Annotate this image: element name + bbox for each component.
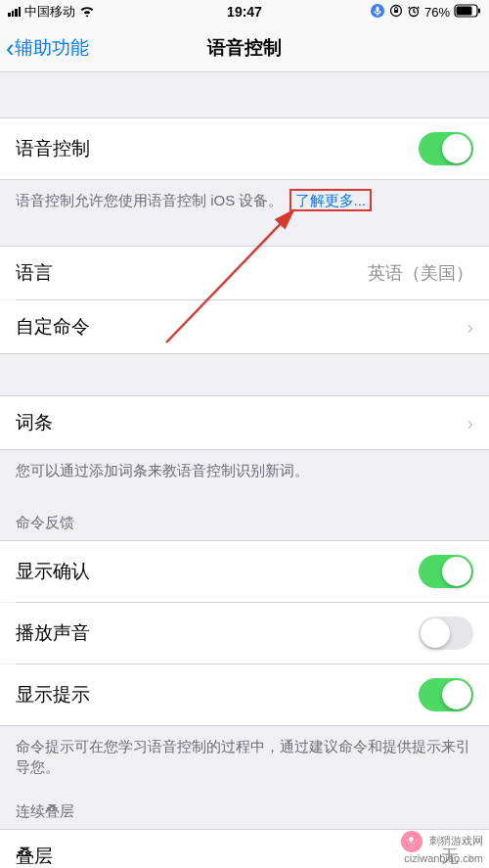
overlay-section-header: 连续叠层 [0, 789, 489, 829]
chevron-right-icon: › [467, 316, 473, 339]
feedback-section-header: 命令反馈 [0, 492, 489, 540]
vocabulary-description: 您可以通过添加词条来教语音控制识别新词。 [0, 450, 489, 492]
battery-icon [454, 4, 481, 21]
status-time: 19:47 [227, 4, 262, 20]
svg-rect-7 [478, 8, 480, 13]
voice-control-description: 语音控制允许您使用语音控制 iOS 设备。 了解更多... [0, 180, 489, 222]
chevron-right-icon: › [467, 412, 473, 434]
alarm-icon [407, 4, 421, 21]
learn-more-highlight: 了解更多... [289, 189, 373, 211]
learn-more-link[interactable]: 了解更多... [295, 192, 367, 208]
watermark-url: ciziwanbiao.com [404, 852, 483, 864]
language-label: 语言 [16, 260, 53, 286]
wifi-icon [79, 5, 95, 20]
carrier-label: 中国移动 [24, 3, 75, 21]
battery-pct: 76% [424, 5, 450, 20]
feedback-description: 命令提示可在您学习语音控制的过程中，通过建议命令和提供提示来引导您。 [0, 726, 489, 789]
status-right: 76% [370, 3, 481, 22]
watermark-logo-icon [401, 831, 422, 852]
svg-rect-3 [394, 10, 398, 13]
voice-control-label: 语音控制 [16, 136, 90, 161]
show-hints-label: 显示提示 [16, 682, 90, 708]
show-confirm-toggle[interactable] [419, 555, 473, 588]
back-label: 辅助功能 [15, 35, 89, 61]
back-button[interactable]: ‹ 辅助功能 [6, 35, 89, 61]
overlay-label: 叠层 [16, 844, 53, 868]
orientation-lock-icon [389, 4, 403, 21]
voice-control-toggle[interactable] [419, 132, 473, 165]
svg-rect-6 [457, 6, 472, 15]
play-sound-row[interactable]: 播放声音 [0, 603, 489, 663]
custom-commands-label: 自定命令 [16, 314, 90, 340]
vocabulary-row[interactable]: 词条 › [0, 395, 489, 450]
language-value: 英语（美国） [368, 261, 473, 285]
show-confirm-row[interactable]: 显示确认 [0, 540, 489, 602]
play-sound-toggle[interactable] [419, 617, 473, 650]
show-confirm-label: 显示确认 [16, 559, 90, 584]
voice-control-toggle-row[interactable]: 语音控制 [0, 117, 489, 180]
watermark-title: 刺猬游戏网 [429, 835, 483, 846]
nav-bar: ‹ 辅助功能 语音控制 [0, 23, 489, 72]
show-hints-row[interactable]: 显示提示 [0, 664, 489, 726]
voice-control-status-icon [370, 3, 385, 22]
status-left: 中国移动 [8, 3, 95, 21]
play-sound-label: 播放声音 [16, 620, 90, 646]
watermark: 刺猬游戏网 ciziwanbiao.com [401, 831, 483, 864]
language-row[interactable]: 语言 英语（美国） [0, 246, 489, 299]
signal-icon [8, 7, 21, 17]
vocabulary-label: 词条 [16, 410, 53, 435]
chevron-left-icon: ‹ [6, 35, 15, 61]
page-title: 语音控制 [207, 35, 282, 61]
svg-rect-1 [376, 6, 378, 12]
status-bar: 中国移动 19:47 76% [0, 0, 489, 23]
custom-commands-row[interactable]: 自定命令 › [0, 300, 489, 354]
show-hints-toggle[interactable] [419, 678, 473, 711]
